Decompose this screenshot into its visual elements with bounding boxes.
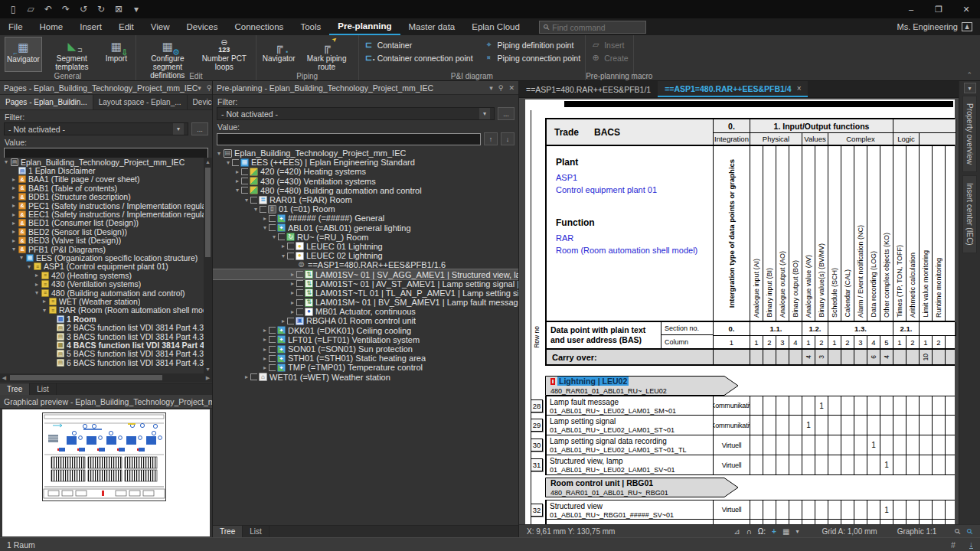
pages-tree-item[interactable]: ▸BED3 (Valve list (Design)) <box>0 236 204 245</box>
pre-planning-tree-item[interactable]: ▸DKK01 (=DKK01) Ceiling cooling <box>213 326 518 335</box>
download-icon[interactable]: ↓ <box>969 540 973 549</box>
ribbon-tab-edit[interactable]: Edit <box>110 18 142 35</box>
redo-icon[interactable]: ↷ <box>60 4 71 15</box>
new-page-icon[interactable]: ▯ <box>8 4 18 15</box>
datapoint-row[interactable]: 31Structured view, lamp01_ABL01_RU~_LEU0… <box>545 455 955 475</box>
pages-tree-item[interactable]: ▸1 Eplan Disclaimer <box>0 166 204 174</box>
expander-icon[interactable]: ▸ <box>234 168 241 175</box>
expander-icon[interactable]: ▸ <box>234 178 241 184</box>
zoom-out-icon[interactable]: ⚲ <box>953 527 963 536</box>
pages-tree-vertical-scrollbar[interactable]: ▲ ▼ <box>204 158 212 373</box>
expander-icon[interactable]: ▾ <box>224 159 232 166</box>
expander-icon[interactable]: ▸ <box>289 289 296 296</box>
pre-planning-tree-item[interactable]: ▸LFT01 (=LFT01) Ventilation system <box>213 335 518 344</box>
expander-icon[interactable]: ▸ <box>279 318 287 324</box>
function-banner[interactable]: Room control unit | RBG01480_RAR01_01_AB… <box>545 478 955 497</box>
expander-icon[interactable]: ▸ <box>261 364 269 371</box>
pre-planning-tree-item[interactable]: ▾RAR01 (=RAR) Room <box>213 195 518 204</box>
piping-definition-point-button[interactable]: Piping definition point <box>484 40 581 50</box>
pre-planning-tree-item[interactable]: ▸TMP (=TMP01) Temperature control <box>213 363 518 372</box>
expander-icon[interactable]: ▾ <box>33 289 41 296</box>
pre-planning-tree-item[interactable]: ▾RU~ (=RU_) Room <box>213 233 518 242</box>
pages-tree-item[interactable]: ▸PEC1 (Safety instructions / Implementat… <box>0 201 204 210</box>
pre-planning-tree-item[interactable]: ▸==ASP1=480.RAR++EES&PFB1/1.6 <box>213 260 518 269</box>
pages-tree-item[interactable]: ▸BDB1 (Structure description) <box>0 193 204 201</box>
zoom-in-icon[interactable]: ⚲ <box>965 527 975 536</box>
expander-icon[interactable]: ▾ <box>10 246 18 253</box>
pages-tree-tab[interactable]: Tree <box>0 383 30 395</box>
side-tab-insert-center-iec[interactable]: Insert center (IEC) <box>962 175 977 253</box>
ribbon-tab-devices[interactable]: Devices <box>178 18 227 35</box>
pages-tree-item[interactable]: ▸5 BACS function list VDI 3814 Part 4.3 <box>0 350 204 358</box>
container-button[interactable]: Container <box>364 40 473 50</box>
panel-dropdown-icon[interactable]: ▾ <box>198 84 201 92</box>
expander-icon[interactable]: ▸ <box>261 215 269 222</box>
expander-icon[interactable]: ▾ <box>41 307 48 314</box>
expander-icon[interactable]: ▸ <box>261 336 269 343</box>
pre-planning-tree-item[interactable]: ▸LEUEC 01 Lightning <box>213 242 518 251</box>
pages-tree-item[interactable]: ▾EES (Organization specific location str… <box>0 253 204 262</box>
user-menu[interactable]: Ms. Engineering♟ <box>897 18 980 35</box>
panel-pin-icon[interactable]: ⚲ <box>207 84 212 92</box>
redo-history-icon[interactable]: ↻ <box>96 4 106 15</box>
pre-planning-tree-item[interactable]: ▸MB01 Actuator, continuous <box>213 307 518 316</box>
expander-icon[interactable]: ▸ <box>289 299 296 306</box>
pages-tree-item[interactable]: ▾Eplan_Building_Technology_Project_mm_IE… <box>0 158 204 166</box>
piping-connection-point-button[interactable]: Piping connection point <box>484 53 581 63</box>
side-tab-property-overview[interactable]: Property overview <box>962 96 977 172</box>
pages-tree-item[interactable]: ▸BED2 (Sensor list (Design)) <box>0 227 204 236</box>
pages-tree-item[interactable]: ▾ASP1 (Control equipment plant 01) <box>0 262 204 271</box>
search-up-button[interactable]: ↑ <box>484 132 498 145</box>
navigator-button[interactable]: Navigator <box>261 37 297 72</box>
pages-tree-item[interactable]: ▾RAR (Room (Room automation shell model)… <box>0 306 204 315</box>
expander-icon[interactable]: ▸ <box>289 308 296 315</box>
find-command-input[interactable] <box>552 23 636 32</box>
expander-icon[interactable]: ▸ <box>10 237 18 244</box>
scroll-up-icon[interactable]: ▲ <box>204 158 212 166</box>
undo-icon[interactable]: ↶ <box>43 4 54 15</box>
pre-planning-tree-item[interactable]: ▸LAM01SV~ 01 | SV_AGG_AMEV1 | Structured… <box>213 269 518 279</box>
expander-icon[interactable]: ▸ <box>289 280 296 287</box>
panel-tab-layout-space-eplan[interactable]: Layout space - Eplan_... <box>93 95 188 109</box>
pages-tree-item[interactable]: ▾480 (Building automation and control) <box>0 289 204 297</box>
expander-icon[interactable]: ▸ <box>10 202 18 209</box>
pages-tree-item[interactable]: ▸430 (Ventilation systems) <box>0 279 204 288</box>
ribbon-tab-view[interactable]: View <box>142 18 178 35</box>
pages-tree-item[interactable]: ▸BAB1 (Table of contents) <box>0 184 204 192</box>
crosshair-icon[interactable]: + <box>772 527 776 536</box>
container-connection-point-button[interactable]: Container connection point <box>364 53 473 63</box>
pages-tree-item[interactable]: ▸4 BACS function list VDI 3814 Part 4.3 <box>0 341 204 349</box>
expander-icon[interactable]: ▸ <box>10 228 18 235</box>
ribbon-tab-connections[interactable]: Connections <box>226 18 292 35</box>
pages-tree-item[interactable]: ▾PFB1 (P&I Diagrams) <box>0 245 204 253</box>
pages-tree-horizontal-scrollbar[interactable]: ◀ ▶ <box>0 373 212 382</box>
pre-planning-tree-item[interactable]: ▸SON01 (=SON01) Sun protection <box>213 344 518 354</box>
minimize-button[interactable]: – <box>897 0 925 18</box>
expander-icon[interactable]: ▸ <box>243 373 250 380</box>
expander-icon[interactable]: ▸ <box>261 327 269 334</box>
pre-planning-tree-item[interactable]: ▸STH01 (=STH01) Static heating area <box>213 354 518 363</box>
ribbon-tab-master-data[interactable]: Master data <box>400 18 464 35</box>
segment-templates-button[interactable]: Segment templates <box>45 37 99 72</box>
document-tab[interactable]: ==ASP1=480.RAR++EES&PFB1/4× <box>658 81 808 97</box>
expander-icon[interactable]: ▸ <box>289 271 296 278</box>
pre-planning-tree-item[interactable]: ▸LAM01SM~ 01 | BV_SM_AMEV1 | Lamp fault … <box>213 298 518 307</box>
pages-tree-item[interactable]: ▸WET (Weather station) <box>0 297 204 305</box>
expander-icon[interactable]: ▾ <box>18 254 25 261</box>
expander-icon[interactable]: ▾ <box>2 158 10 165</box>
document-tab[interactable]: ==ASP1=480.RAR++EES&PFB1/1 <box>519 81 658 97</box>
scroll-down-icon[interactable]: ▼ <box>204 365 212 373</box>
tab-list-dropdown-icon[interactable]: ▾ <box>964 83 976 93</box>
expander-icon[interactable]: ▾ <box>234 187 241 194</box>
expander-icon[interactable]: ▾ <box>215 150 223 157</box>
pre-planning-list-tab[interactable]: List <box>243 526 270 537</box>
maximize-button[interactable]: ❐ <box>925 0 952 18</box>
expander-icon[interactable]: ▸ <box>10 211 18 218</box>
pre-planning-tree-item[interactable]: ▸430 (=430) Ventilation systems <box>213 177 518 186</box>
pages-tree-item[interactable]: ▸EEC1 (Safety instructions / Implementat… <box>0 210 204 218</box>
pre-planning-tree-item[interactable]: ▾LEUEC 02 Lightning <box>213 251 518 260</box>
datapoint-row[interactable]: 28Lamp fault message01_ABL01_RU~_LEU02_L… <box>545 396 955 416</box>
expander-icon[interactable]: ▸ <box>10 194 18 201</box>
datapoint-row[interactable]: 30Lamp setting signal data recording01_A… <box>545 435 955 455</box>
pre-planning-tree-item[interactable]: ▾Eplan_Building_Technology_Project_mm_IE… <box>213 148 518 158</box>
